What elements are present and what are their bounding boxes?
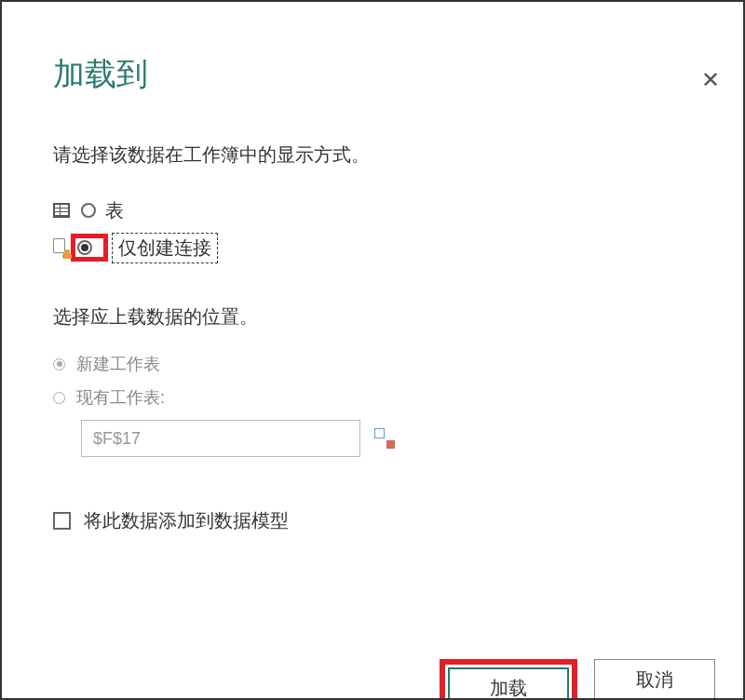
table-icon	[53, 203, 70, 218]
data-model-label: 将此数据添加到数据模型	[84, 508, 289, 533]
load-to-dialog: ✕ 加载到 请选择该数据在工作簿中的显示方式。 表 仅创建连接 选择应上载数据的…	[2, 53, 743, 700]
existing-sheet-label: 现有工作表:	[76, 386, 165, 409]
cell-reference-input	[81, 420, 360, 457]
new-sheet-radio	[53, 358, 65, 370]
display-mode-section: 请选择该数据在工作簿中的显示方式。 表 仅创建连接	[53, 142, 743, 262]
focus-indicator: 仅创建连接	[112, 233, 218, 263]
button-row: 加载 取消	[440, 659, 715, 700]
cancel-button[interactable]: 取消	[594, 659, 715, 700]
highlight-marker: 加载	[440, 659, 577, 700]
load-button[interactable]: 加载	[448, 667, 569, 700]
data-model-section[interactable]: 将此数据添加到数据模型	[53, 508, 743, 533]
option-connection-only-row[interactable]: 仅创建连接	[53, 233, 743, 262]
connection-icon	[53, 238, 72, 257]
dialog-title: 加载到	[53, 53, 743, 96]
collapse-dialog-icon	[374, 428, 395, 449]
close-icon[interactable]: ✕	[701, 67, 720, 93]
display-mode-prompt: 请选择该数据在工作簿中的显示方式。	[53, 142, 743, 168]
option-table-row[interactable]: 表	[53, 195, 743, 225]
connection-only-label: 仅创建连接	[118, 236, 211, 261]
data-model-checkbox[interactable]	[53, 512, 71, 530]
option-new-sheet-row: 新建工作表	[53, 353, 743, 375]
new-sheet-label: 新建工作表	[76, 353, 160, 375]
option-existing-sheet-row: 现有工作表:	[53, 386, 743, 409]
table-radio[interactable]	[81, 203, 96, 218]
table-label: 表	[105, 198, 124, 223]
cell-reference-row	[81, 420, 743, 457]
existing-sheet-radio	[53, 392, 65, 404]
upload-location-section: 选择应上载数据的位置。 新建工作表 现有工作表:	[53, 304, 743, 457]
upload-location-prompt: 选择应上载数据的位置。	[53, 304, 743, 330]
highlight-marker	[71, 234, 108, 262]
connection-only-radio[interactable]	[77, 240, 92, 255]
